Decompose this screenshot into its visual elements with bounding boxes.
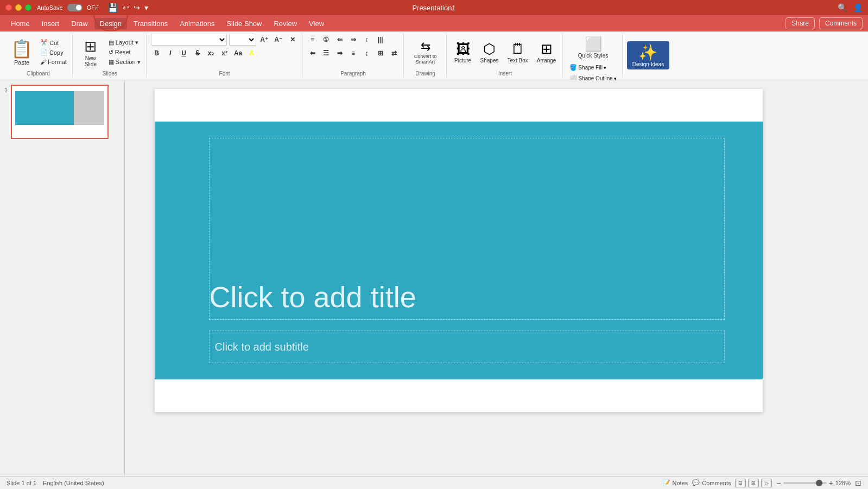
align-right-button[interactable]: ➡ [334, 47, 346, 59]
bold-button[interactable]: B [151, 47, 163, 59]
normal-view-button[interactable]: ⊟ [735, 479, 746, 487]
new-slide-icon: ⊞ [84, 37, 97, 55]
menu-slideshow[interactable]: Slide Show [221, 18, 267, 29]
smartart-convert[interactable]: ⇄ [388, 47, 400, 59]
format-button[interactable]: 🖌 Format [38, 58, 69, 66]
new-slide-button[interactable]: ⊞ NewSlide [77, 35, 104, 69]
quick-styles-button[interactable]: ⬜ Quick Styles [575, 34, 612, 61]
slide-thumb-gray [74, 91, 104, 125]
ribbon-group-styles: ⬜ Quick Styles 🪣 Shape Fill ▾ ⬜ Shape Ou… [564, 34, 622, 78]
strikethrough-button[interactable]: S̶ [192, 47, 204, 59]
font-family-select[interactable] [151, 34, 227, 46]
subscript-button[interactable]: x₂ [205, 47, 217, 59]
italic-button[interactable]: I [164, 47, 176, 59]
decrease-font-button[interactable]: A⁻ [273, 34, 284, 46]
decrease-indent-button[interactable]: ⇐ [334, 34, 346, 46]
customize-icon[interactable]: ▾ [144, 3, 148, 12]
shape-fill-button[interactable]: 🪣 Shape Fill ▾ [567, 63, 618, 72]
styles-content: ⬜ Quick Styles 🪣 Shape Fill ▾ ⬜ Shape Ou… [567, 34, 618, 83]
cut-button[interactable]: ✂️ Cut [38, 38, 69, 47]
menu-home[interactable]: Home [5, 18, 35, 29]
close-button[interactable] [5, 4, 12, 11]
menu-insert[interactable]: Insert [36, 18, 65, 29]
comments-status-button[interactable]: 💬 Comments [692, 479, 731, 486]
status-bar: Slide 1 of 1 English (United States) 📝 N… [0, 476, 868, 489]
clear-format-button[interactable]: ✕ [287, 34, 299, 46]
textbox-button[interactable]: 🗒 Text Box [504, 39, 531, 66]
slide-subtitle-placeholder[interactable]: Click to add subtitle [209, 331, 725, 363]
account-icon[interactable]: 👤 [853, 3, 863, 12]
slide-subtitle-text: Click to add subtitle [215, 341, 309, 353]
zoom-in-button[interactable]: + [829, 479, 833, 487]
zoom-level: 128% [835, 480, 851, 486]
autosave-toggle[interactable] [67, 4, 83, 11]
quick-styles-label: Quick Styles [578, 53, 609, 59]
menu-animations[interactable]: Animations [174, 18, 220, 29]
paste-button[interactable]: 📋 Paste [8, 36, 36, 68]
text-color-button[interactable]: A [246, 47, 258, 59]
increase-font-button[interactable]: A⁺ [258, 34, 270, 46]
shapes-button[interactable]: ⬡ Shapes [477, 39, 502, 66]
zoom-slider[interactable] [783, 482, 827, 484]
layout-button[interactable]: ▤ Layout ▾ [106, 38, 143, 47]
zoom-out-button[interactable]: − [776, 479, 781, 487]
maximize-button[interactable] [25, 4, 31, 11]
slide-thumbnail[interactable] [11, 85, 109, 139]
reset-icon: ↺ [109, 49, 113, 56]
undo-icon[interactable]: ↩ [123, 3, 129, 12]
line-spacing-button[interactable]: ↕ [361, 34, 373, 46]
fit-window-button[interactable]: ⊡ [855, 479, 861, 487]
save-icon[interactable]: 💾 [107, 3, 118, 13]
ribbon-group-clipboard: 📋 Paste ✂️ Cut 📄 Copy 🖌 Format Clipboard [4, 34, 73, 78]
notes-button[interactable]: 📝 Notes [663, 479, 688, 486]
picture-button[interactable]: 🖼 Picture [451, 39, 475, 66]
convert-smartart-button[interactable]: ⇆ Convert toSmartArt [408, 37, 443, 67]
superscript-button[interactable]: x² [219, 47, 231, 59]
new-slide-label: NewSlide [85, 55, 97, 67]
minimize-button[interactable] [15, 4, 22, 11]
layout-icon: ▤ [109, 39, 114, 46]
align-center-button[interactable]: ☰ [320, 47, 332, 59]
font-size-select[interactable] [229, 34, 256, 46]
increase-indent-button[interactable]: ⇒ [347, 34, 359, 46]
menu-design[interactable]: Design [94, 18, 127, 29]
slide-title-placeholder[interactable]: Click to add title [209, 138, 725, 320]
status-right: 📝 Notes 💬 Comments ⊟ ⊞ ▷ − + 128% ⊡ [663, 479, 861, 487]
menu-view[interactable]: View [303, 18, 330, 29]
para-row2: ⬅ ☰ ➡ ≡ ↨ ⊞ ⇄ [307, 47, 400, 59]
paragraph-content: ≡ ① ⇐ ⇒ ↕ ||| ⬅ ☰ ➡ ≡ ↨ ⊞ ⇄ [307, 34, 400, 71]
align-text-button[interactable]: ⊞ [375, 47, 387, 59]
search-icon[interactable]: 🔍 [838, 3, 847, 12]
slide-top-area [155, 89, 763, 122]
menu-draw[interactable]: Draw [66, 18, 93, 29]
grid-view-button[interactable]: ⊞ [748, 479, 759, 487]
columns-button[interactable]: ||| [375, 34, 387, 46]
cut-label: Cut [49, 40, 59, 46]
menu-transitions[interactable]: Transitions [128, 18, 173, 29]
copy-button[interactable]: 📄 Copy [38, 48, 69, 57]
comments-icon: 💬 [692, 479, 700, 486]
design-ideas-button[interactable]: ✨ Design Ideas [627, 41, 669, 69]
section-label: Section [116, 59, 136, 65]
underline-button[interactable]: U [178, 47, 190, 59]
menu-bar: Home Insert Draw Design Transitions Anim… [0, 15, 868, 31]
justify-button[interactable]: ≡ [347, 47, 359, 59]
text-case-button[interactable]: Aa [232, 47, 244, 59]
autosave-label: AutoSave [37, 4, 63, 11]
comments-button[interactable]: Comments [819, 17, 863, 29]
menu-review[interactable]: Review [268, 18, 302, 29]
align-left-button[interactable]: ⬅ [307, 47, 319, 59]
bullets-button[interactable]: ≡ [307, 34, 319, 46]
section-button[interactable]: ▦ Section ▾ [106, 58, 143, 67]
zoom-controls: − + 128% [776, 479, 851, 487]
redo-icon[interactable]: ↪ [134, 3, 140, 12]
arrange-button[interactable]: ⊞ Arrange [534, 39, 560, 66]
layout-arrow: ▾ [135, 39, 138, 46]
text-direction-button[interactable]: ↨ [361, 47, 373, 59]
numbering-button[interactable]: ① [320, 34, 332, 46]
slide-content-area[interactable]: Click to add title Click to add subtitle [155, 122, 763, 379]
reset-button[interactable]: ↺ Reset [106, 48, 143, 57]
presenter-view-button[interactable]: ▷ [761, 479, 772, 487]
picture-group-label: Insert [498, 71, 512, 78]
share-button[interactable]: Share [785, 17, 815, 29]
